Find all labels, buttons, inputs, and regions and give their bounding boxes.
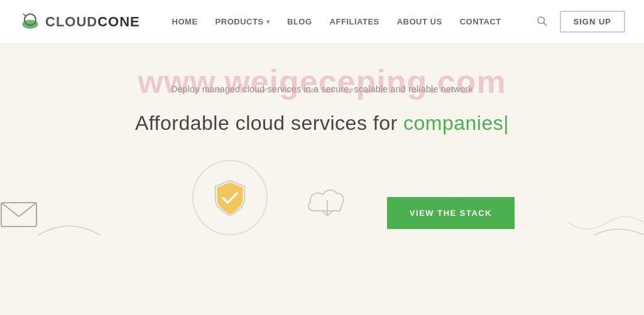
- email-icon: [0, 198, 38, 229]
- nav-affiliates[interactable]: AFFILIATES: [330, 17, 379, 26]
- nav-home[interactable]: HOME: [172, 17, 198, 26]
- cloud-download-wrap: [305, 186, 349, 223]
- nav-blog[interactable]: BLOG: [287, 17, 312, 26]
- nav-products[interactable]: PRODUCTS ▾: [216, 17, 270, 26]
- shield-circle: [192, 160, 268, 235]
- logo-text: CLOUDCONE: [45, 14, 140, 30]
- main-nav: HOME PRODUCTS ▾ BLOG AFFILIATES ABOUT US…: [172, 17, 501, 26]
- nav-right: SIGN UP: [533, 11, 625, 33]
- shield-icon: [211, 178, 249, 218]
- logo[interactable]: CLOUDCONE: [19, 11, 140, 33]
- search-button[interactable]: [533, 13, 550, 31]
- decorative-curve-left: [38, 210, 101, 235]
- logo-icon: [19, 11, 41, 33]
- sign-up-button[interactable]: SIGN UP: [560, 11, 625, 33]
- search-icon: [536, 15, 547, 26]
- nav-contact[interactable]: CONTACT: [460, 17, 501, 26]
- icons-row: VIEW THE STACK: [0, 160, 644, 235]
- svg-line-4: [543, 23, 546, 25]
- cloud-download-icon: [305, 186, 349, 220]
- view-stack-button[interactable]: VIEW THE STACK: [387, 197, 515, 229]
- nav-about-us[interactable]: ABOUT US: [397, 17, 442, 26]
- hero-tagline: Affordable cloud services for companies|: [135, 112, 509, 135]
- hero-subtitle: Deploy managed cloud services in a secur…: [171, 84, 473, 94]
- watermark-text: www.weigeceping.com: [138, 63, 506, 100]
- hero-section: www.weigeceping.com Deploy managed cloud…: [0, 44, 644, 235]
- decorative-curve-right: [569, 185, 644, 235]
- site-header: CLOUDCONE HOME PRODUCTS ▾ BLOG AFFILIATE…: [0, 0, 644, 44]
- products-dropdown-arrow: ▾: [266, 18, 270, 25]
